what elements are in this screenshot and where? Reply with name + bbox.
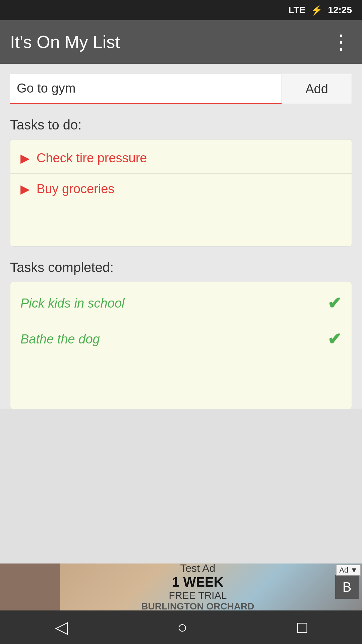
ad-banner[interactable]: Test Ad 1 WEEK FREE TRIAL BURLINGTON ORC… bbox=[0, 564, 362, 610]
signal-indicator: LTE bbox=[289, 5, 306, 15]
recents-button[interactable]: □ bbox=[297, 618, 307, 637]
main-content: Add Tasks to do: ▶ Check tire pressure ▶… bbox=[0, 64, 362, 409]
list-item[interactable]: Pick kids in school ✔ bbox=[10, 285, 352, 321]
tasks-completed-label: Tasks completed: bbox=[10, 260, 352, 275]
task-input[interactable] bbox=[10, 74, 282, 104]
app-title: It's On My List bbox=[10, 32, 120, 52]
list-item[interactable]: Bathe the dog ✔ bbox=[10, 321, 352, 357]
tasks-todo-box: ▶ Check tire pressure ▶ Buy groceries bbox=[10, 139, 352, 247]
status-bar: LTE ⚡ 12:25 bbox=[0, 0, 362, 20]
arrow-icon: ▶ bbox=[20, 182, 30, 196]
time-display: 12:25 bbox=[328, 5, 352, 15]
checkmark-icon: ✔ bbox=[327, 293, 342, 313]
bottom-nav: ◁ ○ □ bbox=[0, 610, 362, 644]
task-text: Buy groceries bbox=[37, 182, 114, 196]
list-item[interactable]: ▶ Check tire pressure bbox=[10, 143, 352, 174]
ad-test-label: Test Ad bbox=[180, 564, 216, 575]
completed-task-text: Bathe the dog bbox=[20, 332, 100, 346]
input-row: Add bbox=[10, 74, 352, 104]
ad-text-area: Test Ad 1 WEEK FREE TRIAL BURLINGTON ORC… bbox=[60, 564, 335, 610]
ad-week-label: 1 WEEK bbox=[172, 575, 223, 590]
ad-image bbox=[0, 564, 60, 610]
ad-logo-icon: B bbox=[335, 575, 359, 599]
add-button[interactable]: Add bbox=[282, 74, 352, 104]
tasks-completed-box: Pick kids in school ✔ Bathe the dog ✔ bbox=[10, 282, 352, 409]
ad-brand-label: BURLINGTON ORCHARD bbox=[141, 601, 254, 610]
checkmark-icon: ✔ bbox=[327, 329, 342, 349]
back-button[interactable]: ◁ bbox=[55, 618, 68, 637]
task-text: Check tire pressure bbox=[37, 151, 147, 165]
home-button[interactable]: ○ bbox=[177, 618, 187, 637]
battery-icon: ⚡ bbox=[311, 5, 322, 16]
completed-task-text: Pick kids in school bbox=[20, 296, 124, 311]
tasks-todo-label: Tasks to do: bbox=[10, 117, 352, 132]
ad-badge[interactable]: Ad ▼ bbox=[336, 565, 361, 576]
app-bar: It's On My List ⋮ bbox=[0, 20, 362, 64]
list-item[interactable]: ▶ Buy groceries bbox=[10, 174, 352, 204]
more-options-icon[interactable]: ⋮ bbox=[331, 30, 352, 54]
ad-free-trial-label: FREE TRIAL bbox=[169, 590, 227, 601]
ad-content: Test Ad 1 WEEK FREE TRIAL BURLINGTON ORC… bbox=[0, 564, 362, 610]
arrow-icon: ▶ bbox=[20, 151, 30, 165]
